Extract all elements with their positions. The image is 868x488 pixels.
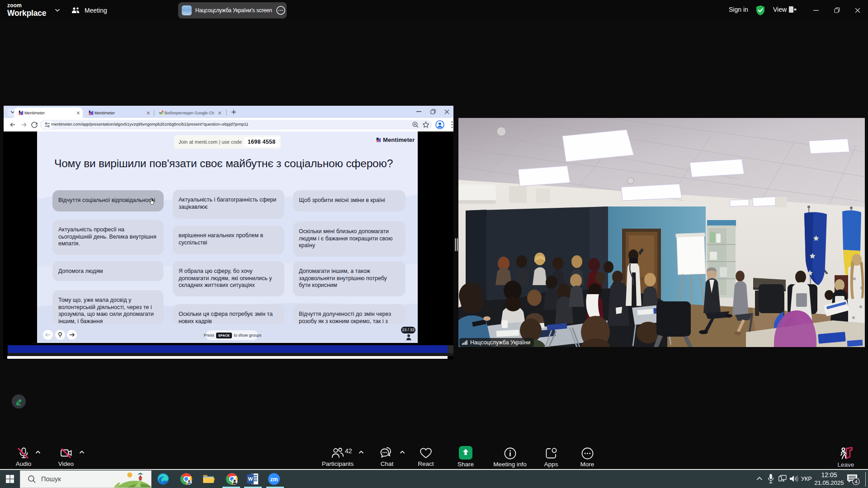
svg-text:zm: zm <box>270 476 278 483</box>
svg-text:4: 4 <box>854 479 857 484</box>
